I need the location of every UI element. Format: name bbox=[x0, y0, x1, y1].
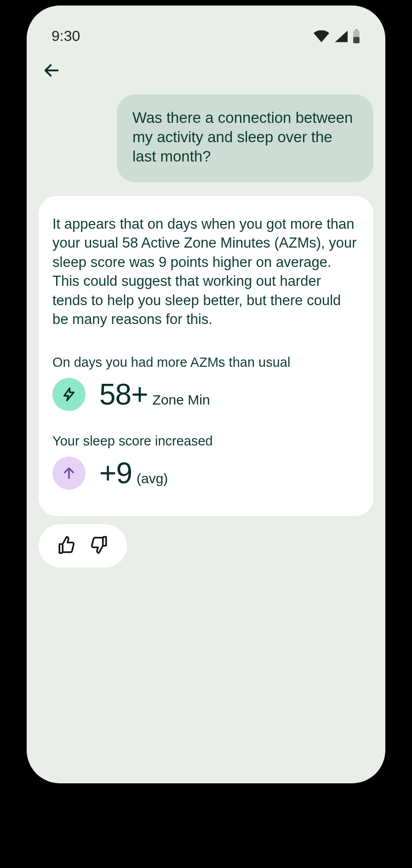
phone-frame: 9:30 Was there a connection between my a… bbox=[27, 6, 385, 783]
status-time: 9:30 bbox=[52, 28, 80, 45]
assistant-message: It appears that on days when you got mor… bbox=[39, 196, 373, 516]
sleep-suffix: (avg) bbox=[137, 471, 168, 486]
thumbs-up-button[interactable] bbox=[57, 535, 76, 556]
back-button[interactable] bbox=[27, 45, 385, 94]
azm-suffix: Zone Min bbox=[153, 392, 210, 407]
cellular-icon bbox=[334, 30, 348, 42]
thumbs-up-icon bbox=[57, 535, 76, 555]
sleep-icon-circle bbox=[52, 457, 86, 490]
svg-rect-2 bbox=[353, 37, 360, 43]
arrow-up-icon bbox=[62, 466, 76, 480]
azm-icon-circle bbox=[52, 378, 86, 411]
status-bar: 9:30 bbox=[27, 6, 385, 45]
azm-caption: On days you had more AZMs than usual bbox=[52, 355, 360, 370]
lightning-arrow-icon bbox=[61, 386, 77, 403]
sleep-caption: Your sleep score increased bbox=[52, 434, 360, 449]
azm-stat: 58+Zone Min bbox=[52, 377, 360, 411]
azm-value-group: 58+Zone Min bbox=[99, 377, 210, 411]
sleep-stat: +9(avg) bbox=[52, 456, 360, 490]
chat-content: Was there a connection between my activi… bbox=[27, 94, 385, 567]
battery-icon bbox=[352, 29, 360, 43]
wifi-icon bbox=[314, 30, 329, 42]
thumbs-down-button[interactable] bbox=[89, 535, 109, 556]
svg-rect-0 bbox=[355, 29, 357, 31]
user-message-text: Was there a connection between my activi… bbox=[132, 109, 353, 165]
azm-value: 58+ bbox=[99, 378, 148, 411]
thumbs-down-icon bbox=[89, 535, 109, 555]
sleep-value-group: +9(avg) bbox=[99, 456, 168, 490]
status-icons bbox=[314, 29, 360, 43]
feedback-pill bbox=[39, 524, 127, 567]
sleep-value: +9 bbox=[99, 457, 132, 490]
user-message: Was there a connection between my activi… bbox=[117, 94, 373, 182]
assistant-message-text: It appears that on days when you got mor… bbox=[52, 214, 360, 329]
arrow-left-icon bbox=[42, 61, 61, 80]
